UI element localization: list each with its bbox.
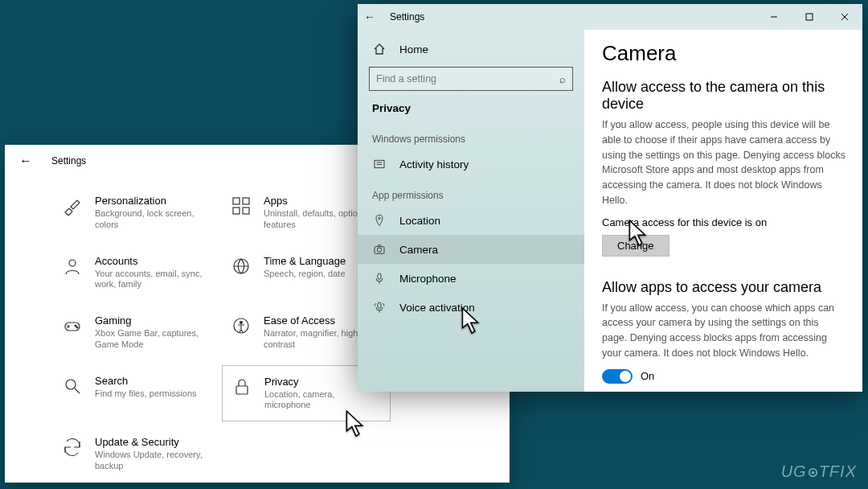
nav-label: Camera [399, 244, 438, 256]
gear-icon [807, 464, 819, 483]
svg-point-11 [66, 380, 76, 389]
sync-icon [61, 436, 84, 458]
section-windows-permissions: Windows permissions [358, 122, 584, 150]
category-subtitle: Windows Update, recovery, backup [95, 450, 214, 472]
category-subtitle: Find my files, permissions [95, 388, 197, 400]
category-subtitle: Background, lock screen, colors [95, 208, 214, 231]
nav-label: Location [399, 215, 440, 227]
search-icon [61, 375, 84, 397]
lock-icon [231, 376, 253, 398]
svg-point-10 [240, 322, 243, 324]
category-subtitle: Speech, region, date [264, 269, 346, 280]
category-title: Personalization [95, 195, 214, 207]
minimize-button[interactable] [756, 4, 792, 30]
category-subtitle: Location, camera, microphone [264, 389, 382, 412]
nav-voice[interactable]: Voice activation [358, 293, 584, 322]
pin-icon [372, 214, 387, 227]
close-button[interactable] [827, 4, 862, 30]
category-search[interactable]: SearchFind my files, permissions [53, 365, 222, 422]
svg-rect-0 [233, 198, 240, 204]
svg-point-20 [377, 248, 381, 252]
svg-rect-14 [806, 14, 813, 20]
category-label: Privacy [358, 99, 584, 122]
mic-icon [372, 272, 387, 285]
grid-icon [230, 195, 252, 217]
page-heading: Camera [602, 41, 846, 66]
toggle-label: On [641, 370, 654, 382]
game-icon [61, 314, 84, 337]
category-title: Update & Security [95, 436, 214, 448]
svg-point-24 [811, 471, 814, 475]
brush-icon [61, 195, 84, 217]
app-access-toggle[interactable] [602, 369, 633, 384]
section-app-permissions: App permissions [358, 179, 584, 206]
nav-microphone[interactable]: Microphone [358, 264, 584, 293]
svg-point-18 [379, 217, 381, 220]
watermark: UGTFIX [781, 462, 857, 483]
category-personalization[interactable]: PersonalizationBackground, lock screen, … [53, 185, 222, 240]
category-title: Gaming [95, 314, 214, 327]
category-title: Accounts [95, 255, 214, 267]
settings-privacy-window: ← Settings Home ⌕ Privacy Windows permis… [358, 4, 862, 386]
content-pane: Camera Allow access to the camera on thi… [584, 30, 862, 392]
nav-label: Home [399, 43, 428, 55]
nav-home[interactable]: Home [358, 35, 584, 64]
access-icon [230, 314, 252, 337]
sidebar: Home ⌕ Privacy Windows permissions Activ… [358, 30, 584, 392]
category-title: Time & Language [264, 255, 346, 267]
search-input[interactable]: ⌕ [369, 67, 573, 91]
category-subtitle: Xbox Game Bar, captures, Game Mode [95, 328, 214, 351]
globe-icon [230, 255, 252, 277]
svg-rect-17 [375, 160, 384, 167]
back-arrow-icon[interactable]: ← [19, 154, 32, 168]
svg-point-8 [76, 327, 78, 328]
category-update[interactable]: Update & SecurityWindows Update, recover… [53, 426, 222, 482]
window-title: Settings [51, 155, 86, 166]
nav-label: Voice activation [399, 302, 475, 314]
nav-label: Microphone [399, 273, 457, 285]
back-arrow-icon[interactable]: ← [364, 10, 375, 23]
svg-point-7 [75, 325, 76, 327]
category-gaming[interactable]: GamingXbox Game Bar, captures, Game Mode [53, 305, 222, 360]
svg-rect-3 [243, 208, 249, 214]
svg-rect-22 [378, 302, 381, 308]
window-chrome: ← Settings [358, 4, 862, 30]
category-title: Search [95, 375, 197, 387]
svg-rect-12 [236, 386, 248, 394]
device-access-status: Camera access for this device is on [602, 216, 846, 228]
description-device-access: If you allow access, people using this d… [602, 117, 846, 208]
search-field[interactable] [376, 73, 559, 84]
svg-rect-2 [233, 208, 240, 214]
voice-icon [372, 301, 387, 314]
nav-camera[interactable]: Camera [358, 235, 584, 264]
window-title: Settings [390, 11, 424, 23]
history-icon [372, 158, 387, 171]
person-icon [61, 255, 84, 277]
svg-rect-1 [243, 198, 249, 204]
search-icon: ⌕ [559, 73, 566, 85]
section-heading-device-access: Allow access to the camera on this devic… [602, 79, 846, 113]
section-heading-app-access: Allow apps to access your camera [602, 279, 846, 296]
svg-rect-21 [378, 273, 381, 279]
category-subtitle: Your accounts, email, sync, work, family [95, 269, 214, 291]
nav-activity[interactable]: Activity history [358, 150, 584, 179]
nav-location[interactable]: Location [358, 206, 584, 235]
home-icon [372, 43, 387, 55]
camera-icon [372, 243, 387, 256]
svg-point-4 [69, 260, 76, 266]
maximize-button[interactable] [792, 4, 827, 30]
category-accounts[interactable]: AccountsYour accounts, email, sync, work… [53, 245, 222, 301]
change-button[interactable]: Change [602, 235, 669, 257]
nav-label: Activity history [399, 158, 469, 171]
description-app-access: If you allow access, you can choose whic… [602, 301, 846, 361]
